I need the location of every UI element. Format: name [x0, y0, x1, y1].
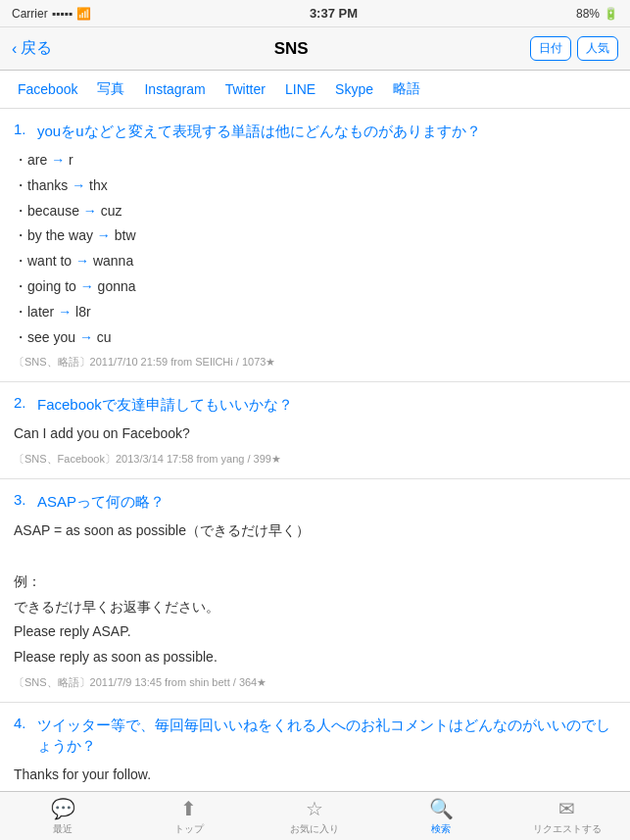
- qa-item-1[interactable]: 1. youをuなどと変えて表現する単語は他にどんなものがありますか？ ・are…: [0, 109, 630, 382]
- date-sort-button[interactable]: 日付: [530, 36, 571, 61]
- qa-answer-3: ASAP = as soon as possible（できるだけ早く） 例： で…: [14, 519, 616, 669]
- main-content: 1. youをuなどと変えて表現する単語は他にどんなものがありますか？ ・are…: [0, 109, 630, 840]
- bottom-tab-request-label: リクエストする: [533, 822, 602, 836]
- bottom-tab-search-label: 検索: [431, 822, 451, 836]
- tab-facebook[interactable]: Facebook: [8, 72, 87, 107]
- status-bar: Carrier ▪▪▪▪▪ 📶 3:37 PM 88% 🔋: [0, 0, 630, 27]
- status-time: 3:37 PM: [310, 6, 358, 21]
- nav-buttons: 日付 人気: [530, 36, 618, 61]
- bottom-tab-top[interactable]: ⬆ トップ: [126, 793, 253, 840]
- bottom-tab-top-label: トップ: [174, 822, 204, 836]
- qa-question-text-3: ASAPって何の略？: [37, 491, 165, 512]
- bottom-tab-recent[interactable]: 💬 最近: [0, 793, 126, 840]
- status-right: 88% 🔋: [576, 7, 618, 21]
- back-chevron-icon: ‹: [12, 40, 17, 58]
- qa-question-text-2: Facebookで友達申請してもいいかな？: [37, 394, 293, 415]
- bottom-tab-favorites[interactable]: ☆ お気に入り: [252, 793, 378, 840]
- qa-meta-3: 〔SNS、略語〕2011/7/9 13:45 from shin bett / …: [14, 675, 616, 690]
- bottom-tab-favorites-label: お気に入り: [290, 822, 339, 836]
- qa-item-3[interactable]: 3. ASAPって何の略？ ASAP = as soon as possible…: [0, 479, 630, 703]
- bottom-tab-request[interactable]: ✉ リクエストする: [504, 793, 630, 840]
- qa-question-text-1: youをuなどと変えて表現する単語は他にどんなものがありますか？: [37, 121, 481, 141]
- qa-answer-1: ・are → r ・thanks → thx ・because → cuz ・b…: [14, 149, 616, 349]
- qa-number-4: 4.: [14, 715, 33, 731]
- wifi-icon: 📶: [76, 7, 91, 21]
- comment-icon: 💬: [51, 797, 75, 820]
- bottom-tab-search[interactable]: 🔍 検索: [378, 793, 505, 840]
- tab-skype[interactable]: Skype: [325, 72, 383, 107]
- qa-question-3: 3. ASAPって何の略？: [14, 491, 616, 512]
- top-icon: ⬆: [180, 797, 197, 820]
- qa-meta-2: 〔SNS、Facebook〕2013/3/14 17:58 from yang …: [14, 452, 616, 467]
- qa-question-1: 1. youをuなどと変えて表現する単語は他にどんなものがありますか？: [14, 121, 616, 141]
- tab-ryakugo[interactable]: 略語: [383, 71, 430, 108]
- carrier-label: Carrier: [12, 7, 48, 21]
- qa-number-1: 1.: [14, 121, 33, 137]
- tab-twitter[interactable]: Twitter: [216, 72, 275, 107]
- back-label: 戻る: [21, 38, 52, 59]
- qa-number-3: 3.: [14, 491, 33, 508]
- category-tab-bar: Facebook 写真 Instagram Twitter LINE Skype…: [0, 71, 630, 109]
- qa-question-2: 2. Facebookで友達申請してもいいかな？: [14, 394, 616, 415]
- search-icon: 🔍: [429, 797, 454, 820]
- mail-icon: ✉: [558, 797, 575, 820]
- bottom-tab-bar: 💬 最近 ⬆ トップ ☆ お気に入り 🔍 検索 ✉ リクエストする: [0, 791, 630, 840]
- battery-icon: 🔋: [604, 7, 618, 21]
- qa-item-2[interactable]: 2. Facebookで友達申請してもいいかな？ Can I add you o…: [0, 382, 630, 479]
- battery-label: 88%: [576, 7, 600, 21]
- status-left: Carrier ▪▪▪▪▪ 📶: [12, 7, 91, 21]
- nav-bar: ‹ 戻る SNS 日付 人気: [0, 27, 630, 71]
- qa-number-2: 2.: [14, 394, 33, 411]
- qa-question-text-4: ツイッター等で、毎回毎回いいねをくれる人へのお礼コメントはどんなのがいいのでしょ…: [37, 715, 616, 756]
- star-icon: ☆: [306, 797, 323, 820]
- popular-sort-button[interactable]: 人気: [577, 36, 618, 61]
- tab-instagram[interactable]: Instagram: [134, 72, 215, 107]
- qa-question-4: 4. ツイッター等で、毎回毎回いいねをくれる人へのお礼コメントはどんなのがいいの…: [14, 715, 616, 756]
- bottom-tab-recent-label: 最近: [53, 822, 73, 836]
- qa-answer-2: Can I add you on Facebook?: [14, 422, 616, 446]
- qa-meta-1: 〔SNS、略語〕2011/7/10 21:59 from SEIlCHi / 1…: [14, 355, 616, 370]
- nav-title: SNS: [274, 39, 309, 59]
- back-button[interactable]: ‹ 戻る: [12, 38, 52, 59]
- signal-icon: ▪▪▪▪▪: [52, 7, 73, 21]
- tab-line[interactable]: LINE: [275, 72, 325, 107]
- tab-photo[interactable]: 写真: [87, 71, 134, 108]
